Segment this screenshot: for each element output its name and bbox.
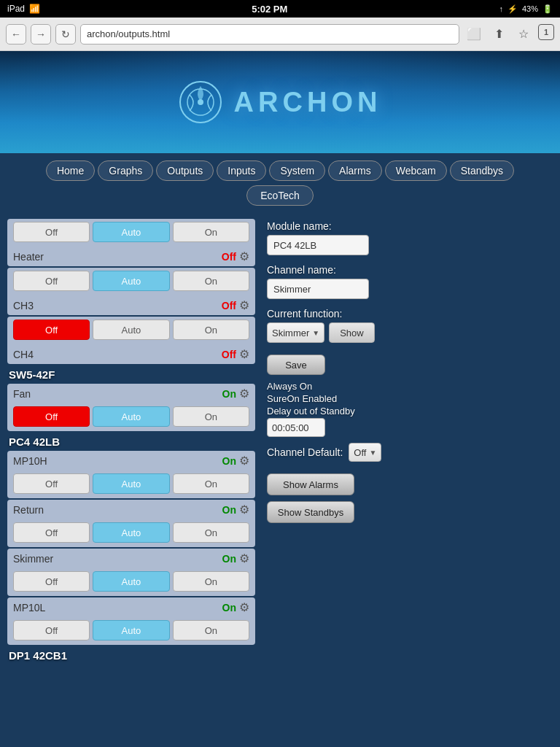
- nav-webcam[interactable]: Webcam: [385, 160, 447, 181]
- skimmer-off[interactable]: Off: [13, 571, 90, 592]
- ch3-channel-row: CH3 Off ⚙: [7, 295, 255, 315]
- nav-system[interactable]: System: [269, 160, 325, 181]
- status-time: 5:02 PM: [252, 4, 287, 15]
- skimmer-on[interactable]: On: [173, 571, 249, 592]
- mp10h-on[interactable]: On: [173, 473, 249, 494]
- browser-actions: ⬜ ⬆ ☆ 1: [464, 24, 554, 44]
- mp10l-on[interactable]: On: [173, 620, 249, 640]
- toggle-row-heater-top: Off Auto On: [7, 219, 255, 247]
- module-name-input[interactable]: [267, 235, 369, 255]
- toggle-row-ch4: Off Auto On: [7, 317, 255, 344]
- fan-status: On: [222, 388, 236, 400]
- mp10l-auto[interactable]: Auto: [93, 620, 169, 640]
- nav-alarms[interactable]: Alarms: [328, 160, 382, 181]
- fan-auto[interactable]: Auto: [93, 406, 169, 427]
- wifi-icon: 📶: [29, 4, 40, 14]
- ch3-on[interactable]: On: [173, 271, 249, 291]
- function-select[interactable]: Skimmer ▼: [267, 322, 324, 343]
- function-select-arrow: ▼: [312, 329, 319, 337]
- delay-time-input[interactable]: [267, 418, 325, 437]
- nav-graphs[interactable]: Graphs: [98, 160, 153, 181]
- forward-button[interactable]: →: [31, 24, 51, 44]
- channel-name-input[interactable]: [267, 279, 369, 299]
- group-pc4: PC4 42LB: [7, 433, 255, 451]
- mp10h-off[interactable]: Off: [13, 473, 90, 494]
- ch3-label: CH3: [13, 300, 219, 311]
- return-off[interactable]: Off: [13, 522, 90, 543]
- upload-icon[interactable]: ⬆: [489, 24, 509, 44]
- show-alarms-button[interactable]: Show Alarms: [267, 473, 354, 495]
- fan-channel-row: Fan On ⚙: [7, 384, 255, 403]
- fan-on[interactable]: On: [173, 406, 249, 427]
- return-on[interactable]: On: [173, 522, 249, 543]
- ch3-off[interactable]: Off: [13, 271, 90, 291]
- back-button[interactable]: ←: [6, 24, 26, 44]
- mp10l-off[interactable]: Off: [13, 620, 90, 640]
- toggle-row-mp10h: Off Auto On: [7, 471, 255, 498]
- nav-ecotech[interactable]: EcoTech: [246, 185, 314, 206]
- right-panel: Module name: Channel name: Current funct…: [267, 219, 553, 665]
- ch4-auto[interactable]: Auto: [93, 320, 169, 340]
- show-standbys-button[interactable]: Show Standbys: [267, 501, 354, 523]
- channel-default-row: Channel Default: Off ▼: [267, 443, 553, 462]
- url-text: archon/outputs.html: [87, 28, 170, 39]
- ch4-gear-icon[interactable]: ⚙: [239, 347, 249, 361]
- share-icon[interactable]: ⬜: [464, 24, 484, 44]
- save-button[interactable]: Save: [267, 355, 325, 375]
- mp10l-status: On: [222, 602, 236, 614]
- ch4-on[interactable]: On: [173, 320, 249, 340]
- logo-text: ARCHON: [234, 87, 382, 118]
- skimmer-gear-icon[interactable]: ⚙: [239, 551, 249, 565]
- channel-block-mp10h: MP10H On ⚙ Off Auto On: [7, 451, 255, 498]
- skimmer-channel-row: Skimmer On ⚙: [7, 549, 255, 568]
- nav-inputs[interactable]: Inputs: [217, 160, 266, 181]
- mp10l-channel-row: MP10L On ⚙: [7, 597, 255, 617]
- function-select-value: Skimmer: [272, 328, 309, 338]
- status-bar: iPad 📶 5:02 PM ↑ ⚡ 43% 🔋: [0, 0, 560, 18]
- channel-default-select[interactable]: Off ▼: [349, 443, 381, 462]
- fan-off[interactable]: Off: [13, 406, 90, 427]
- location-icon: ↑: [499, 4, 503, 13]
- bluetooth-icon: ⚡: [508, 4, 518, 14]
- mp10h-channel-row: MP10H On ⚙: [7, 451, 255, 471]
- channel-default-value: Off: [354, 447, 366, 458]
- channel-block-ch3: Off Auto On CH3 Off ⚙: [7, 268, 255, 315]
- url-bar[interactable]: archon/outputs.html: [80, 24, 459, 44]
- nav-outputs[interactable]: Outputs: [156, 160, 214, 181]
- channel-block-fan: Fan On ⚙ Off Auto On: [7, 384, 255, 431]
- toggle-row-mp10l: Off Auto On: [7, 617, 255, 645]
- ch4-off[interactable]: Off: [13, 320, 90, 340]
- skimmer-auto[interactable]: Auto: [93, 571, 169, 592]
- return-label: Return: [13, 504, 219, 516]
- channel-block-heater: Off Auto On Heater Off ⚙: [7, 219, 255, 266]
- status-right: ↑ ⚡ 43% 🔋: [499, 4, 553, 14]
- ch3-gear-icon[interactable]: ⚙: [239, 298, 249, 312]
- heater-top-auto[interactable]: Auto: [93, 222, 169, 242]
- group-dp1: DP1 42CB1: [7, 646, 255, 665]
- star-icon[interactable]: ☆: [513, 24, 534, 44]
- refresh-button[interactable]: ↻: [55, 24, 76, 44]
- fan-label: Fan: [13, 388, 219, 400]
- heater-channel-row: Heater Off ⚙: [7, 247, 255, 266]
- mp10h-auto[interactable]: Auto: [93, 473, 169, 494]
- heater-gear-icon[interactable]: ⚙: [239, 249, 249, 263]
- nav-sub: EcoTech: [0, 185, 560, 206]
- mp10h-gear-icon[interactable]: ⚙: [239, 454, 249, 468]
- channel-block-skimmer: Skimmer On ⚙ Off Auto On: [7, 549, 255, 596]
- return-auto[interactable]: Auto: [93, 522, 169, 543]
- channel-block-ch4: Off Auto On CH4 Off ⚙: [7, 317, 255, 364]
- nav-standbys[interactable]: Standbys: [450, 160, 514, 181]
- mp10l-gear-icon[interactable]: ⚙: [239, 600, 249, 614]
- return-gear-icon[interactable]: ⚙: [239, 503, 249, 516]
- show-button[interactable]: Show: [329, 322, 375, 343]
- status-left: iPad 📶: [7, 4, 40, 14]
- nav-home[interactable]: Home: [46, 160, 95, 181]
- ch3-auto[interactable]: Auto: [93, 271, 169, 291]
- fan-gear-icon[interactable]: ⚙: [239, 387, 249, 400]
- always-on-text: Always On: [267, 381, 553, 392]
- tab-count[interactable]: 1: [538, 24, 554, 40]
- ch4-channel-row: CH4 Off ⚙: [7, 344, 255, 364]
- heater-top-off[interactable]: Off: [13, 222, 90, 242]
- heater-top-on[interactable]: On: [173, 222, 249, 242]
- toggle-row-ch3: Off Auto On: [7, 268, 255, 295]
